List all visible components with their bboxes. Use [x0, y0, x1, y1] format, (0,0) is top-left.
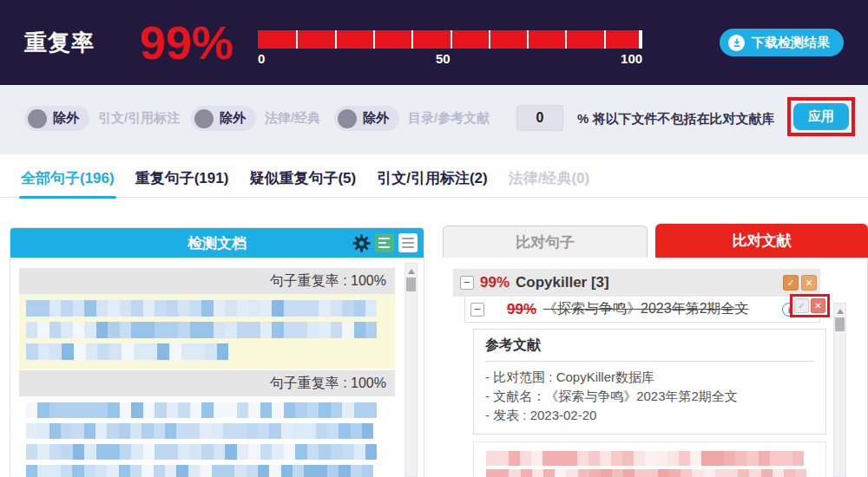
group-name: Copykiller [3]	[516, 274, 609, 291]
toggle-knob-icon	[338, 109, 357, 128]
sentence-rate-label: 句子重复率 : 100%	[270, 375, 386, 393]
collapse-item-button[interactable]: −	[470, 303, 484, 317]
source-document-row: − 99% 《探索与争鸣》2023年第2期全文 i ✓ ✕	[464, 297, 820, 323]
threshold-note: % 将以下文件不包括在比对文献库	[577, 111, 775, 127]
toggle-group-law: 除外 法律/经典	[191, 106, 320, 131]
scrollbar-thumb[interactable]	[835, 317, 845, 331]
right-panel-scrollbar[interactable]	[833, 303, 846, 477]
download-results-button[interactable]: 下载检测结果	[720, 29, 844, 56]
sentence-rate-bar: 句子重复率 : 100%	[19, 268, 395, 294]
scrollbar-thumb[interactable]	[406, 278, 416, 291]
tab-law-classics: 法律/经典(0)	[507, 168, 592, 197]
apply-button[interactable]: 应用	[793, 103, 849, 130]
group-actions: ✓ ✕	[783, 275, 817, 291]
highlight-view-icon[interactable]	[375, 233, 394, 252]
reference-scope: - 比对范围 : CopyKiller数据库	[485, 368, 814, 387]
meter-mid-label: 50	[436, 51, 450, 66]
tab-all-sentences[interactable]: 全部句子(196)	[19, 168, 116, 197]
comparison-panel: 比对句子 比对文献 − 99% Copykiller [3] ✓ ✕ − 99%…	[443, 224, 868, 477]
item-title: 《探索与争鸣》2023年第2期全文	[543, 300, 749, 318]
toc-exclude-toggle[interactable]: 除外	[334, 106, 399, 131]
group-percent: 99%	[480, 274, 510, 291]
law-toggle-label: 法律/经典	[265, 110, 320, 127]
source-group-row: − 99% Copykiller [3] ✓ ✕	[453, 269, 820, 297]
item-accept-button[interactable]: ✓	[794, 298, 809, 313]
left-panel-scrollbar[interactable]	[404, 263, 418, 477]
sentence-tabs-row: 全部句子(196) 重复句子(191) 疑似重复句子(5) 引文/引用标注(2)…	[0, 154, 868, 217]
toggle-knob-icon	[28, 109, 47, 128]
meter-bar	[258, 30, 642, 49]
tab-compare-sentences[interactable]: 比对句子	[443, 225, 648, 258]
tab-citations[interactable]: 引文/引用标注(2)	[375, 168, 490, 197]
reference-heading: 参考文献	[485, 337, 814, 362]
tab-compare-documents[interactable]: 比对文献	[655, 224, 868, 258]
redacted-text-block-highlighted	[19, 294, 395, 369]
apply-annotation-box: 应用	[787, 97, 855, 136]
reference-date: - 发表 : 2023-02-20	[485, 406, 814, 425]
tab-suspected-duplicates[interactable]: 疑似重复句子(5)	[247, 168, 358, 197]
detected-document-header: 检测文档	[10, 228, 424, 258]
scroll-up-icon[interactable]	[837, 309, 844, 314]
reference-details-box: 参考文献 - 比对范围 : CopyKiller数据库 - 文献名：《探索与争鸣…	[473, 329, 826, 435]
scroll-up-icon[interactable]	[408, 269, 415, 274]
main-content: 检测文档	[0, 217, 868, 477]
toggle-state-label: 除外	[220, 110, 246, 127]
repeat-rate-title: 重复率	[24, 28, 95, 58]
threshold-percent-input[interactable]	[516, 105, 563, 131]
item-percent: 99%	[507, 301, 536, 318]
meter-scale: 0 50 100	[258, 51, 642, 66]
toggle-knob-icon	[194, 109, 214, 128]
redacted-text-block-plain	[19, 396, 395, 477]
exclusion-filter-bar: 除外 引文/引用标注 除外 法律/经典 除外 目录/参考文献 % 将以下文件不包…	[0, 85, 868, 154]
toggle-group-toc: 除外 目录/参考文献	[334, 106, 490, 131]
toggle-group-citation: 除外 引文/引用标注	[24, 106, 180, 131]
settings-gear-icon[interactable]	[352, 233, 371, 252]
toggle-state-label: 除外	[363, 110, 389, 127]
result-header: 重复率 99% 0 50 100 下载检测结果	[0, 0, 868, 85]
redacted-source-text-block	[473, 441, 826, 477]
download-button-label: 下载检测结果	[752, 35, 830, 51]
sentence-rate-bar: 句子重复率 : 100%	[19, 370, 395, 396]
comparison-body: − 99% Copykiller [3] ✓ ✕ − 99% 《探索与争鸣》20…	[443, 258, 868, 477]
plain-view-icon[interactable]	[398, 233, 418, 252]
law-exclude-toggle[interactable]: 除外	[191, 106, 256, 131]
download-icon	[728, 35, 745, 51]
reference-name: - 文献名：《探索与争鸣》2023年第2期全文	[485, 387, 814, 406]
group-exclude-button[interactable]: ✕	[801, 275, 817, 291]
tab-duplicate-sentences[interactable]: 重复句子(191)	[134, 168, 231, 197]
detected-document-body: 句子重复率 : 100% 句子重复率 : 100%	[10, 258, 424, 477]
sentence-rate-label: 句子重复率 : 100%	[270, 272, 386, 291]
repeat-meter-fill	[258, 30, 639, 49]
citation-toggle-label: 引文/引用标注	[98, 110, 180, 127]
detected-document-panel: 检测文档	[10, 227, 424, 477]
toc-toggle-label: 目录/参考文献	[408, 110, 490, 127]
toggle-state-label: 除外	[53, 110, 79, 127]
repeat-rate-value: 99%	[140, 19, 233, 66]
citation-exclude-toggle[interactable]: 除外	[24, 106, 89, 131]
meter-max-label: 100	[621, 51, 642, 66]
collapse-group-button[interactable]: −	[460, 276, 474, 290]
group-accept-button[interactable]: ✓	[783, 275, 799, 291]
item-annotation-box: ✓ ✕	[790, 294, 830, 317]
meter-min-label: 0	[258, 51, 265, 66]
repeat-rate-meter: 0 50 100	[258, 30, 642, 66]
sentence-tabs-bar: 全部句子(196) 重复句子(191) 疑似重复句子(5) 引文/引用标注(2)…	[0, 165, 868, 198]
item-exclude-button[interactable]: ✕	[811, 298, 825, 313]
